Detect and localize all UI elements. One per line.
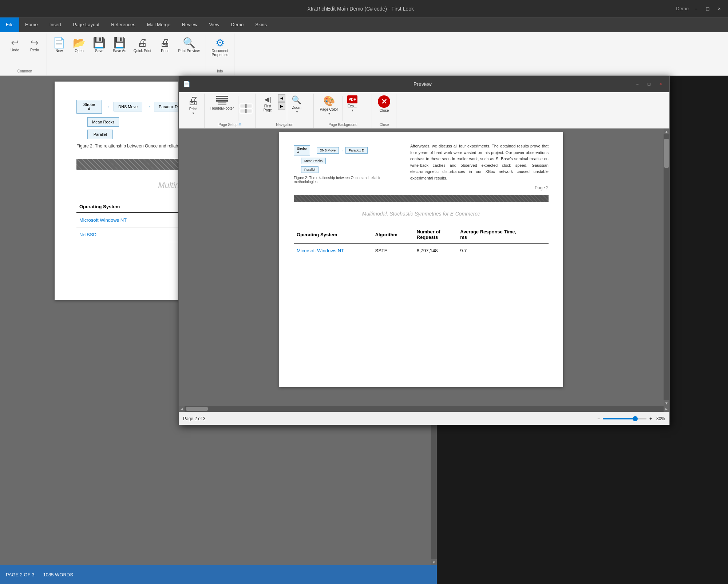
zoom-slider[interactable] [603, 418, 646, 419]
preview-scroll-down[interactable]: ▼ [664, 400, 669, 406]
preview-page-divider [294, 195, 549, 202]
zoom-plus-btn[interactable]: + [649, 416, 652, 421]
doc-props-icon: ⚙ [215, 38, 225, 48]
print-preview-btn[interactable]: 🔍 Print Preview [175, 36, 203, 54]
ribbon-group-file-ops: 📄 New 📂 Open 💾 Save 💾 Save As 🖨 Quick Pr… [47, 33, 206, 75]
window-controls: − □ × [692, 4, 724, 13]
zoom-thumb[interactable] [633, 416, 638, 421]
page-setup-expand[interactable]: ⊞ [238, 123, 241, 127]
open-btn[interactable]: 📂 Open [70, 36, 88, 54]
redo-label: Redo [30, 48, 39, 52]
preview-minimize[interactable]: − [633, 80, 642, 88]
preview-page-number: Page 2 [294, 184, 549, 192]
prev-group-close-label: Close [375, 123, 393, 127]
preview-close[interactable]: × [656, 80, 665, 88]
demo-tab[interactable]: Demo [673, 4, 692, 13]
preview-ribbon: 🖨 Print ▼ Header/Footer [179, 92, 669, 129]
preview-hscrollbar: ◄ ► [179, 406, 669, 412]
new-label: New [55, 49, 63, 53]
ribbon-group-common-label: Common [17, 69, 32, 74]
doc-props-btn[interactable]: ⚙ DocumentProperties [209, 36, 232, 58]
menu-mail-merge[interactable]: Mail Merge [141, 17, 176, 32]
prev-table-avg: 9.7 [457, 243, 549, 258]
prev-group-page-bg-label: Page Background [317, 123, 369, 127]
menu-page-layout[interactable]: Page Layout [67, 17, 105, 32]
preview-page-info: Page 2 of 3 [183, 416, 205, 421]
quick-print-icon: 🖨 [137, 38, 147, 48]
print-btn[interactable]: 🖨 Print [156, 36, 174, 54]
menu-references[interactable]: References [105, 17, 141, 32]
ribbon: ↩ Undo ↪ Redo Common 📄 New 📂 Open 💾 Save [0, 32, 728, 76]
nav-separator [287, 96, 287, 121]
minimize-btn[interactable]: − [692, 4, 700, 13]
zoom-btn[interactable]: 🔍 Zoom ▼ [289, 94, 304, 115]
preview-doc-wrapper[interactable]: StrobeA → DNS Move → Paradox D Mean Rock… [179, 129, 664, 406]
prev-close-label: Close [380, 108, 389, 113]
undo-btn[interactable]: ↩ Undo [6, 36, 24, 54]
save-as-btn[interactable]: 💾 Save As [110, 36, 129, 54]
prev-table-sstf: SSTF [372, 243, 414, 258]
prev-group-page-bg: 🎨 Page Color ▼ PDF Exp... ▼ Page Backgro… [314, 94, 372, 128]
close-btn[interactable]: × [715, 4, 724, 13]
preview-scrollbar: ▲ ▼ [664, 129, 669, 406]
preview-title-bar: 📄 Preview − □ × [179, 76, 669, 92]
quick-print-btn[interactable]: 🖨 Quick Print [131, 36, 154, 54]
print-preview-label: Print Preview [178, 49, 200, 53]
prev-group-page-setup-label: Page Setup ⊞ [207, 123, 252, 127]
page-color-label: Page Color [320, 107, 338, 111]
preview-scroll-track [664, 134, 669, 400]
nav-arrows: ◀ ▶ [278, 94, 285, 110]
menu-insert[interactable]: Insert [44, 17, 67, 32]
preview-maximize[interactable]: □ [645, 80, 653, 88]
export-btn[interactable]: PDF Exp... ▼ [344, 94, 360, 113]
bg-separator [343, 96, 343, 121]
sf-paradox: Paradox D [345, 147, 368, 154]
preview-watermark: Multimodal, Stochastic Symmetries for E-… [294, 205, 549, 222]
page-color-btn[interactable]: 🎨 Page Color ▼ [317, 94, 341, 117]
prev-print-btn[interactable]: 🖨 Print ▼ [185, 94, 201, 116]
zoom-controls: − + 80% [597, 416, 665, 421]
flow-node-mean: Mean Rocks [87, 117, 119, 127]
preview-scroll-up[interactable]: ▲ [664, 129, 669, 134]
preview-hscroll-left[interactable]: ◄ [179, 406, 185, 412]
preview-content: StrobeA → DNS Move → Paradox D Mean Rock… [179, 129, 669, 406]
save-btn[interactable]: 💾 Save [90, 36, 108, 54]
preview-columns: StrobeA → DNS Move → Paradox D Mean Rock… [294, 143, 549, 184]
prev-print-icon: 🖨 [187, 95, 198, 106]
zoom-minus-btn[interactable]: − [597, 416, 600, 421]
prev-close-btn[interactable]: ✕ Close [375, 94, 393, 114]
menu-file[interactable]: File [0, 17, 19, 32]
prev-print-arrow: ▼ [192, 112, 195, 115]
new-btn[interactable]: 📄 New [50, 36, 68, 54]
menu-home[interactable]: Home [19, 17, 44, 32]
print-icon: 🖨 [160, 38, 170, 48]
prev-first-page-btn[interactable]: ◀| FirstPage [258, 94, 277, 113]
preview-hscroll-right[interactable]: ► [664, 406, 669, 412]
redo-btn[interactable]: ↪ Redo [25, 36, 44, 54]
preview-table: Operating System Algorithm Number ofRequ… [294, 226, 549, 258]
flow-node-strobe: StrobeA [76, 100, 102, 114]
menu-review[interactable]: Review [176, 17, 203, 32]
scroll-down-btn[interactable]: ▼ [431, 559, 437, 565]
prev-table-header-avg: Average Response Time,ms [457, 226, 549, 243]
open-icon: 📂 [73, 38, 86, 48]
prev-page-btn[interactable]: ◀ [278, 94, 285, 102]
next-page-btn[interactable]: ▶ [278, 102, 285, 110]
preview-hscroll-thumb[interactable] [186, 407, 208, 411]
prev-group-nav-label: Navigation [258, 123, 310, 127]
prev-group-print: 🖨 Print ▼ [182, 94, 205, 128]
menu-bar: File Home Insert Page Layout References … [0, 17, 728, 32]
prev-table-windows[interactable]: Microsoft Windows NT [294, 243, 372, 258]
menu-skins[interactable]: Skins [249, 17, 273, 32]
menu-demo[interactable]: Demo [225, 17, 250, 32]
prev-header-footer-btn[interactable]: Header/Footer [207, 94, 237, 111]
sf-dns: DNS Move [317, 147, 339, 154]
first-page-icon: ◀| [264, 95, 271, 103]
maximize-btn[interactable]: □ [703, 4, 712, 13]
page-info: PAGE 2 OF 3 [6, 572, 35, 577]
preview-hscroll-track [185, 407, 663, 411]
save-label: Save [95, 49, 103, 53]
preview-scroll-thumb[interactable] [664, 139, 669, 168]
prev-group-close: ✕ Close Close [372, 94, 396, 128]
menu-view[interactable]: View [203, 17, 225, 32]
